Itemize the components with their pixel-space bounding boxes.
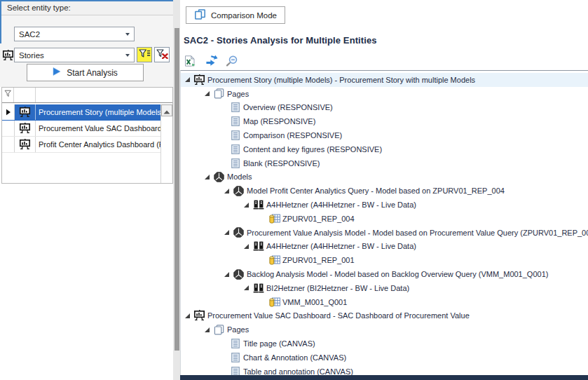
tree-node-label: Backlog Analysis Model - Model based on … (246, 270, 548, 278)
expand-collapse-arrow[interactable] (224, 229, 230, 236)
list-item-label: Procurement Story (multiple Models) (36, 104, 160, 120)
tree-node-label: VMM_M001_Q001 (282, 298, 347, 306)
tree-node[interactable]: A4HHetzner (A4HHetzner - BW - Live Data) (181, 240, 588, 254)
tree-node-label: A4HHetzner (A4HHetzner - BW - Live Data) (266, 201, 416, 209)
page-icon (229, 130, 241, 140)
story-board-icon (193, 74, 205, 86)
tree-node[interactable]: Title page (CANVAS) (181, 337, 588, 351)
funnel-small-icon (4, 88, 12, 100)
splitter-thumb[interactable] (175, 28, 179, 351)
expand-collapse-arrow[interactable] (243, 285, 249, 291)
expand-collapse-arrow[interactable] (204, 327, 210, 333)
comparison-mode-button[interactable]: Comparison Mode (186, 6, 285, 24)
filter-funnel-icon (139, 49, 151, 60)
panel-accent-line (0, 0, 173, 1)
comparison-pages-icon (194, 9, 206, 21)
tree-node[interactable]: Content and key figures (RESPONSIVE) (181, 142, 588, 156)
filter-button[interactable] (137, 47, 152, 62)
tree-node-label: Models (226, 172, 252, 181)
zoom-out-icon[interactable] (225, 55, 239, 67)
comparison-mode-label: Comparison Mode (211, 11, 277, 20)
panel-splitter[interactable] (173, 0, 180, 380)
scroll-up-button[interactable] (161, 104, 172, 116)
tree-node[interactable]: VMM_M001_Q001 (181, 295, 588, 309)
model-cube-icon (233, 227, 245, 238)
story-board-icon (2, 50, 15, 61)
chevron-down-icon (125, 33, 130, 36)
page-icon (229, 158, 241, 168)
tree-node[interactable]: Chart & Annotation (CANVAS) (181, 351, 588, 365)
story-board-icon (15, 137, 36, 152)
page-title: SAC2 - Stories Analysis for Multiple Ent… (184, 35, 377, 46)
list-item[interactable]: Procurement Story (multiple Models) (2, 104, 160, 121)
expand-collapse-arrow[interactable] (184, 76, 191, 83)
clear-filter-button[interactable] (154, 47, 170, 62)
tree-node-label: ZPURV01_REP_004 (282, 215, 355, 223)
list-scrollbar[interactable] (160, 104, 172, 183)
tree-node[interactable]: Backlog Analysis Model - Model based on … (181, 267, 588, 281)
entity-subtype-value: Stories (19, 51, 44, 60)
list-item-label: Profit Center Analytics Dashboard (Pr (36, 137, 160, 152)
tree-node[interactable]: A4HHetzner (A4HHetzner - BW - Live Data) (181, 198, 588, 212)
tree-node[interactable]: Model Profit Center Analytics Query - Mo… (181, 184, 588, 198)
page-icon (229, 144, 241, 154)
entity-subtype-dropdown[interactable]: Stories (14, 48, 135, 62)
page-icon (229, 116, 241, 126)
panel-accent-line-left (0, 0, 1, 43)
entity-type-dropdown[interactable]: SAC2 (14, 27, 135, 41)
analysis-toolbar (183, 55, 239, 67)
app-window: Select entity type: SAC2 Stories Start A… (0, 0, 588, 380)
clear-filter-icon (156, 49, 168, 61)
tree-node-label: Chart & Annotation (CANVAS) (242, 353, 346, 362)
list-item[interactable]: Profit Center Analytics Dashboard (Pr (2, 137, 160, 153)
bottom-scrollbar[interactable] (180, 375, 588, 380)
entity-list: Procurement Story (multiple Models)Procu… (1, 87, 173, 184)
start-analysis-button[interactable]: Start Analysis (27, 64, 144, 81)
tree-node-label: Procurement Value SAC Dashboard - SAC Da… (207, 311, 470, 320)
tree-node-label: BI2Hetzner (BI2Hetzner - BW - Live Data) (266, 284, 409, 292)
tree-node[interactable]: Blank (RESPONSIVE) (181, 156, 588, 170)
tree-node[interactable]: Pages (181, 87, 588, 101)
expand-collapse-arrow[interactable] (243, 243, 249, 250)
story-board-icon (193, 310, 205, 321)
page-icon (229, 102, 241, 112)
page-icon (229, 339, 241, 348)
expand-collapse-arrow[interactable] (184, 313, 191, 319)
tree-node[interactable]: Overview (RESPONSIVE) (181, 101, 588, 115)
tree-node[interactable]: Models (181, 170, 588, 184)
tree-node[interactable]: ZPURV01_REP_004 (181, 212, 588, 226)
list-filter-row[interactable] (2, 88, 172, 103)
model-cube-icon (233, 269, 245, 280)
list-item-label: Procurement Value SAC Dashboard (36, 121, 160, 136)
entity-type-value: SAC2 (19, 30, 40, 39)
tree-node-label: Pages (226, 90, 249, 98)
tree-node[interactable]: Procurement Value Analysis Model - Model… (181, 226, 588, 240)
expand-collapse-arrow[interactable] (204, 174, 210, 180)
scroll-up-icon (163, 104, 170, 117)
list-item[interactable]: Procurement Value SAC Dashboard (2, 121, 160, 137)
row-indicator-cell (2, 121, 15, 136)
tree-node[interactable]: Map (RESPONSIVE) (181, 114, 588, 128)
tree-node[interactable]: Comparison (RESPONSIVE) (181, 128, 588, 142)
tree-node-label: Blank (RESPONSIVE) (242, 159, 320, 168)
story-board-icon (15, 104, 36, 120)
tree-node[interactable]: BI2Hetzner (BI2Hetzner - BW - Live Data) (181, 281, 588, 295)
model-cube-icon (213, 172, 225, 182)
tree-node-label: Map (RESPONSIVE) (242, 117, 315, 125)
tree-node-label: Overview (RESPONSIVE) (242, 103, 333, 111)
pages-icon (213, 88, 225, 99)
tree-node[interactable]: Pages (181, 323, 588, 337)
expand-collapse-arrow[interactable] (224, 188, 230, 194)
tree-node[interactable]: ZPURV01_REP_001 (181, 253, 588, 267)
server-icon (252, 241, 264, 251)
tree-node[interactable]: Procurement Story (multiple Models) - Pr… (181, 73, 588, 87)
row-indicator-cell (2, 104, 15, 120)
page-icon (229, 353, 241, 362)
export-to-excel-icon[interactable] (183, 55, 197, 67)
expand-collapse-arrow[interactable] (204, 90, 210, 97)
expand-collapse-arrow[interactable] (243, 202, 249, 208)
chevron-down-icon (125, 54, 130, 57)
expand-all-icon[interactable] (204, 55, 218, 67)
tree-node[interactable]: Procurement Value SAC Dashboard - SAC Da… (181, 309, 588, 323)
expand-collapse-arrow[interactable] (224, 271, 230, 278)
